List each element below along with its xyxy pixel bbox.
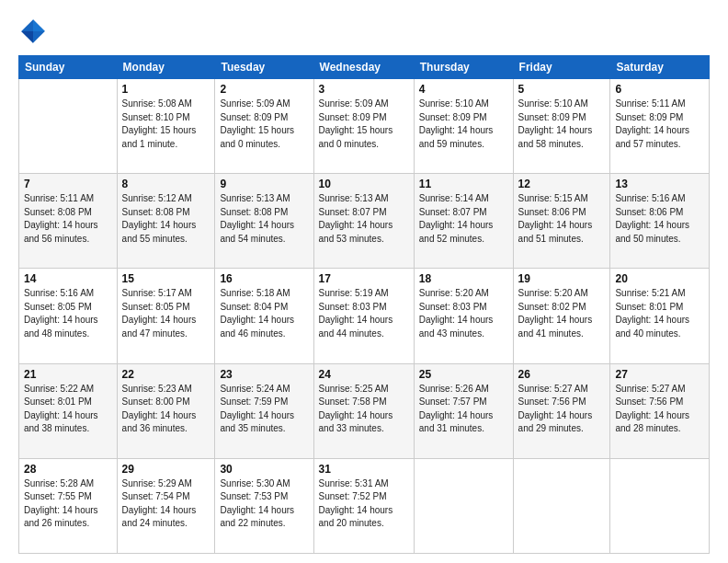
day-info: Sunrise: 5:29 AM Sunset: 7:54 PM Dayligh… [122,477,210,531]
day-number: 28 [24,463,112,476]
calendar-cell [513,458,610,553]
calendar-cell: 24Sunrise: 5:25 AM Sunset: 7:58 PM Dayli… [313,363,414,458]
day-number: 2 [220,83,308,96]
calendar-cell [414,458,513,553]
weekday-header-row: SundayMondayTuesdayWednesdayThursdayFrid… [19,56,710,79]
calendar-cell: 17Sunrise: 5:19 AM Sunset: 8:03 PM Dayli… [313,269,414,363]
day-info: Sunrise: 5:25 AM Sunset: 7:58 PM Dayligh… [319,383,409,436]
day-info: Sunrise: 5:11 AM Sunset: 8:08 PM Dayligh… [24,192,112,246]
weekday-header-monday: Monday [117,56,215,79]
calendar-cell: 25Sunrise: 5:26 AM Sunset: 7:57 PM Dayli… [414,363,513,458]
weekday-header-saturday: Saturday [610,56,710,79]
day-info: Sunrise: 5:13 AM Sunset: 8:07 PM Dayligh… [319,192,409,246]
logo-icon [18,17,48,46]
calendar-cell [610,458,710,553]
calendar-cell: 28Sunrise: 5:28 AM Sunset: 7:55 PM Dayli… [19,458,118,553]
day-info: Sunrise: 5:26 AM Sunset: 7:57 PM Dayligh… [419,383,508,436]
day-info: Sunrise: 5:31 AM Sunset: 7:52 PM Dayligh… [319,477,409,531]
week-row-2: 7Sunrise: 5:11 AM Sunset: 8:08 PM Daylig… [19,174,710,269]
calendar-cell: 7Sunrise: 5:11 AM Sunset: 8:08 PM Daylig… [19,174,118,269]
day-info: Sunrise: 5:30 AM Sunset: 7:53 PM Dayligh… [220,477,308,531]
weekday-header-friday: Friday [513,56,610,79]
day-number: 27 [615,368,704,381]
day-info: Sunrise: 5:16 AM Sunset: 8:06 PM Dayligh… [615,192,704,246]
calendar-cell: 2Sunrise: 5:09 AM Sunset: 8:09 PM Daylig… [215,79,313,174]
day-number: 23 [220,368,308,381]
calendar-cell: 16Sunrise: 5:18 AM Sunset: 8:04 PM Dayli… [215,269,313,363]
day-info: Sunrise: 5:12 AM Sunset: 8:08 PM Dayligh… [122,192,210,246]
calendar-cell: 26Sunrise: 5:27 AM Sunset: 7:56 PM Dayli… [513,363,610,458]
day-number: 5 [518,83,606,96]
header [18,17,710,46]
calendar-cell: 13Sunrise: 5:16 AM Sunset: 8:06 PM Dayli… [610,174,710,269]
day-info: Sunrise: 5:22 AM Sunset: 8:01 PM Dayligh… [24,383,112,436]
day-number: 19 [518,272,606,285]
day-info: Sunrise: 5:17 AM Sunset: 8:05 PM Dayligh… [122,287,210,340]
calendar-cell: 15Sunrise: 5:17 AM Sunset: 8:05 PM Dayli… [117,269,215,363]
day-info: Sunrise: 5:18 AM Sunset: 8:04 PM Dayligh… [220,287,308,340]
day-number: 14 [24,272,112,285]
calendar-cell: 30Sunrise: 5:30 AM Sunset: 7:53 PM Dayli… [215,458,313,553]
day-info: Sunrise: 5:13 AM Sunset: 8:08 PM Dayligh… [220,192,308,246]
day-number: 10 [319,178,409,190]
svg-marker-2 [21,31,33,43]
day-info: Sunrise: 5:21 AM Sunset: 8:01 PM Dayligh… [615,287,704,340]
day-number: 6 [615,83,704,96]
day-number: 18 [419,272,508,285]
day-number: 3 [319,83,409,96]
week-row-1: 1Sunrise: 5:08 AM Sunset: 8:10 PM Daylig… [19,79,710,174]
calendar-cell: 27Sunrise: 5:27 AM Sunset: 7:56 PM Dayli… [610,363,710,458]
day-info: Sunrise: 5:09 AM Sunset: 8:09 PM Dayligh… [319,98,409,151]
day-number: 31 [319,463,409,476]
weekday-header-sunday: Sunday [19,56,118,79]
day-info: Sunrise: 5:19 AM Sunset: 8:03 PM Dayligh… [319,287,409,340]
day-number: 9 [220,178,308,190]
day-number: 4 [419,83,508,96]
logo [18,17,51,46]
day-info: Sunrise: 5:08 AM Sunset: 8:10 PM Dayligh… [122,98,210,151]
day-info: Sunrise: 5:28 AM Sunset: 7:55 PM Dayligh… [24,477,112,531]
day-number: 26 [518,368,606,381]
day-number: 17 [319,272,409,285]
calendar-cell: 21Sunrise: 5:22 AM Sunset: 8:01 PM Dayli… [19,363,118,458]
week-row-3: 14Sunrise: 5:16 AM Sunset: 8:05 PM Dayli… [19,269,710,363]
day-info: Sunrise: 5:10 AM Sunset: 8:09 PM Dayligh… [419,98,508,151]
day-number: 7 [24,178,112,190]
day-number: 24 [319,368,409,381]
page: SundayMondayTuesdayWednesdayThursdayFrid… [0,0,728,563]
calendar-cell: 29Sunrise: 5:29 AM Sunset: 7:54 PM Dayli… [117,458,215,553]
day-number: 8 [122,178,210,190]
day-number: 15 [122,272,210,285]
day-info: Sunrise: 5:09 AM Sunset: 8:09 PM Dayligh… [220,98,308,151]
day-number: 22 [122,368,210,381]
svg-marker-1 [33,19,45,31]
day-info: Sunrise: 5:15 AM Sunset: 8:06 PM Dayligh… [518,192,606,246]
calendar-cell: 31Sunrise: 5:31 AM Sunset: 7:52 PM Dayli… [313,458,414,553]
calendar-cell: 11Sunrise: 5:14 AM Sunset: 8:07 PM Dayli… [414,174,513,269]
calendar-cell: 18Sunrise: 5:20 AM Sunset: 8:03 PM Dayli… [414,269,513,363]
day-number: 11 [419,178,508,190]
day-number: 12 [518,178,606,190]
calendar-cell: 9Sunrise: 5:13 AM Sunset: 8:08 PM Daylig… [215,174,313,269]
calendar-cell: 23Sunrise: 5:24 AM Sunset: 7:59 PM Dayli… [215,363,313,458]
calendar-cell [19,79,118,174]
day-number: 30 [220,463,308,476]
day-info: Sunrise: 5:23 AM Sunset: 8:00 PM Dayligh… [122,383,210,436]
week-row-4: 21Sunrise: 5:22 AM Sunset: 8:01 PM Dayli… [19,363,710,458]
calendar-cell: 10Sunrise: 5:13 AM Sunset: 8:07 PM Dayli… [313,174,414,269]
calendar-cell: 19Sunrise: 5:20 AM Sunset: 8:02 PM Dayli… [513,269,610,363]
calendar-cell: 12Sunrise: 5:15 AM Sunset: 8:06 PM Dayli… [513,174,610,269]
weekday-header-tuesday: Tuesday [215,56,313,79]
weekday-header-wednesday: Wednesday [313,56,414,79]
calendar-cell: 14Sunrise: 5:16 AM Sunset: 8:05 PM Dayli… [19,269,118,363]
day-number: 29 [122,463,210,476]
day-number: 1 [122,83,210,96]
calendar-table: SundayMondayTuesdayWednesdayThursdayFrid… [18,55,710,554]
day-number: 13 [615,178,704,190]
day-info: Sunrise: 5:14 AM Sunset: 8:07 PM Dayligh… [419,192,508,246]
calendar-cell: 3Sunrise: 5:09 AM Sunset: 8:09 PM Daylig… [313,79,414,174]
day-info: Sunrise: 5:27 AM Sunset: 7:56 PM Dayligh… [615,383,704,436]
calendar-cell: 1Sunrise: 5:08 AM Sunset: 8:10 PM Daylig… [117,79,215,174]
day-info: Sunrise: 5:11 AM Sunset: 8:09 PM Dayligh… [615,98,704,151]
day-info: Sunrise: 5:20 AM Sunset: 8:03 PM Dayligh… [419,287,508,340]
